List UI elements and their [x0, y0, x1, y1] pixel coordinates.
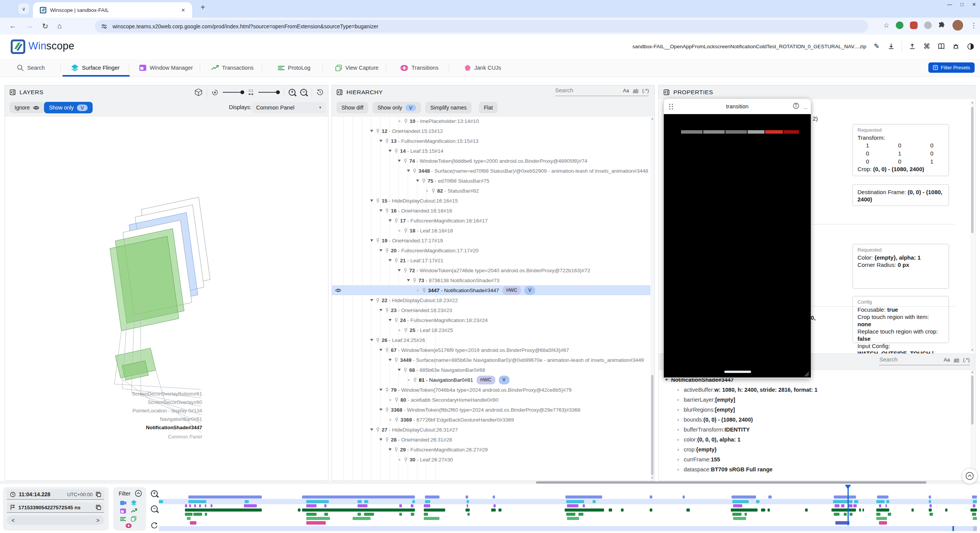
regex-toggle[interactable]: (.*) [642, 88, 649, 93]
property-row-blurRegions[interactable]: blurRegions: [empty] [677, 405, 975, 415]
window-manager-event[interactable] [929, 504, 932, 507]
window-manager-event[interactable] [841, 504, 844, 507]
transactions-event[interactable] [302, 508, 415, 512]
transactions-event[interactable] [731, 508, 758, 512]
hierarchy-search[interactable]: Search Aaab(.*) [555, 87, 649, 96]
tab-close-icon[interactable]: ✕ [179, 7, 188, 14]
tree-row-67[interactable]: 67 - WindowToken{e5176f9 type=2019 andro… [332, 345, 654, 355]
screen-recording-event[interactable] [972, 495, 977, 499]
surface-flinger-event[interactable] [756, 500, 760, 503]
upload-icon[interactable] [908, 42, 916, 51]
protolog-event[interactable] [205, 513, 207, 516]
window-manager-event[interactable] [493, 504, 496, 507]
expand-arrow-icon[interactable] [370, 239, 373, 242]
hierarchy-scrollbar[interactable]: ▲ ▼ [650, 116, 654, 481]
window-manager-event[interactable] [185, 504, 187, 507]
transactions-event[interactable] [859, 508, 861, 512]
pin-icon[interactable] [404, 119, 410, 124]
expand-arrow-icon[interactable] [407, 279, 410, 281]
pin-icon[interactable] [395, 417, 400, 422]
window-manager-event[interactable] [411, 504, 413, 507]
browser-tab[interactable]: Winscope | sandbox-FAIL ✕ [33, 2, 192, 18]
expand-arrow-icon[interactable] [370, 299, 373, 301]
properties-scrollbar[interactable]: ▲ ▼ [970, 101, 974, 352]
transactions-event[interactable] [805, 508, 807, 512]
filter-presets-button[interactable]: Filter Presets [928, 62, 975, 73]
expand-arrow-icon[interactable] [389, 448, 392, 451]
match-word-toggle[interactable]: ab [954, 357, 959, 363]
pin-icon[interactable] [394, 258, 400, 263]
protolog-event[interactable] [193, 513, 203, 516]
properties-search[interactable]: Search Aaab(.*) [879, 356, 970, 365]
timeline-zoom-out-icon[interactable]: − [151, 505, 158, 512]
transactions-event[interactable] [862, 508, 864, 512]
view-capture-event[interactable] [876, 517, 887, 520]
tree-row-72[interactable]: 72 - WindowToken{a2746de type=2040 andro… [332, 265, 654, 275]
surface-flinger-event[interactable] [566, 500, 584, 503]
screen-recording-event[interactable] [188, 495, 262, 499]
tree-row-3369[interactable]: 3369 - 67726bf EdgeBackGestureHandler0#3… [332, 415, 654, 425]
copy-icon[interactable] [96, 492, 101, 497]
collapse-filter-icon[interactable] [135, 490, 142, 497]
protolog-event[interactable] [399, 513, 402, 516]
extension-icon-red[interactable] [910, 21, 918, 29]
transactions-event[interactable] [876, 508, 889, 512]
transactions-event[interactable] [491, 508, 496, 512]
minimap-range-handle[interactable] [973, 526, 977, 531]
pin-icon[interactable] [385, 139, 391, 144]
window-manager-event[interactable] [399, 504, 402, 507]
view-capture-event[interactable] [733, 517, 746, 520]
pin-icon[interactable] [385, 407, 391, 412]
visibility-eye-icon[interactable] [335, 288, 341, 293]
layer-label[interactable]: NotificationShade#3447 [72, 425, 202, 430]
collapse-panel-icon[interactable] [336, 89, 343, 95]
layer-label[interactable]: ScreenDecorOverlayBottom#61 [72, 391, 202, 397]
screen-recording-event[interactable] [466, 495, 468, 499]
pin-icon[interactable] [385, 437, 391, 442]
human-time-input[interactable]: 11:04:14.228 UTC+00:00 [7, 489, 104, 500]
transactions-event[interactable] [761, 508, 765, 512]
window-manager-event[interactable] [211, 504, 212, 507]
match-case-toggle[interactable]: Aa [623, 88, 629, 93]
window-manager-event[interactable] [324, 504, 327, 507]
transition-window-header[interactable]: transition _ [664, 99, 811, 114]
layer-label[interactable]: ScreenDecorOverlay#60 [72, 399, 202, 405]
window-manager-event[interactable] [358, 504, 368, 507]
surface-flinger-trace-icon[interactable] [131, 500, 137, 506]
protolog-event[interactable] [972, 513, 976, 516]
window-manager-event[interactable] [244, 504, 257, 507]
pin-icon[interactable] [376, 198, 382, 203]
surface-flinger-event[interactable] [358, 500, 362, 503]
screen-recording-trace-icon[interactable] [120, 501, 126, 505]
view-capture-event[interactable] [567, 517, 579, 520]
tree-row-82[interactable]: 82 - StatusBar#82 [332, 186, 654, 196]
window-manager-event[interactable] [467, 504, 468, 507]
surface-flinger-event[interactable] [886, 500, 890, 503]
extensions-puzzle-icon[interactable] [938, 22, 945, 29]
pin-icon[interactable] [422, 288, 428, 293]
pin-icon[interactable] [394, 318, 400, 323]
bookmark-star-icon[interactable]: ☆ [884, 21, 889, 29]
window-manager-event[interactable] [424, 504, 430, 507]
timeline-track[interactable] [159, 484, 977, 533]
surface-flinger-event[interactable] [188, 500, 206, 503]
protolog-event[interactable] [876, 513, 880, 516]
surface-flinger-event[interactable] [159, 500, 163, 503]
pin-icon[interactable] [394, 447, 400, 452]
pin-icon[interactable] [413, 378, 419, 383]
pin-icon[interactable] [403, 159, 409, 163]
collapse-panel-icon[interactable] [663, 89, 670, 95]
tree-row-26[interactable]: 26 - Leaf:24:25#26 [332, 335, 654, 345]
expand-arrow-icon[interactable] [398, 369, 401, 371]
transitions-event[interactable] [190, 521, 196, 525]
zoom-in-icon[interactable]: + [289, 89, 296, 96]
expand-arrow-icon[interactable] [370, 130, 373, 132]
tree-row-19[interactable]: 19 - OneHanded:17:17#19 [332, 235, 654, 245]
protolog-event[interactable] [844, 513, 847, 516]
horizontal-scrollbar[interactable] [0, 481, 980, 484]
tree-row-15[interactable]: 15 - HideDisplayCutout:16:16#15 [332, 196, 654, 206]
protolog-event[interactable] [745, 513, 747, 516]
pin-icon[interactable] [422, 178, 428, 183]
chip-show-only[interactable]: Show onlyV [372, 102, 421, 113]
property-row-activeBuffer[interactable]: activeBuffer: w: 1080, h: 2400, stride: … [677, 385, 975, 395]
